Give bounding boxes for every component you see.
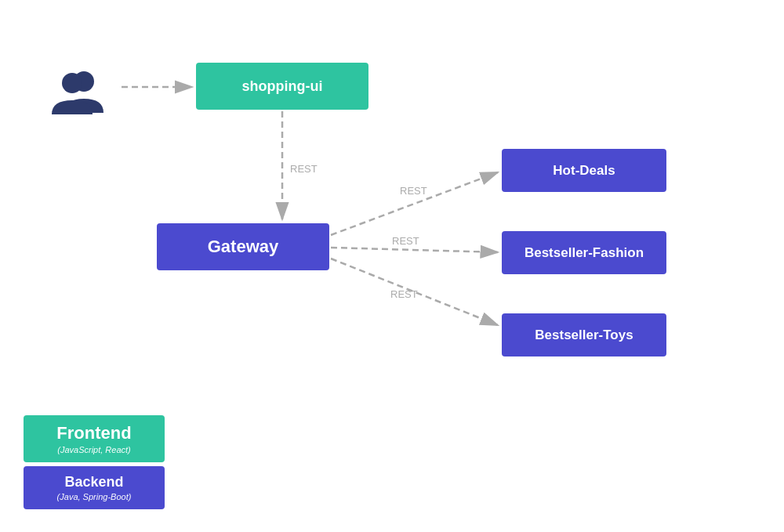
legend-frontend-sub: (JavaScript, React): [57, 445, 131, 454]
gateway-to-fashion-arrow: [331, 248, 498, 252]
bestseller-toys-label: Bestseller-Toys: [535, 328, 633, 343]
gateway-label: Gateway: [208, 237, 279, 257]
rest-label-1: REST: [290, 163, 318, 175]
rest-label-toys: REST: [390, 288, 418, 300]
legend-frontend-label: Frontend: [56, 423, 131, 443]
legend-backend-sub: (Java, Spring-Boot): [57, 492, 132, 501]
rest-label-fashion: REST: [392, 235, 419, 247]
gateway-to-toys-arrow: [331, 259, 498, 325]
rest-label-hot-deals: REST: [400, 185, 427, 197]
legend-backend: Backend (Java, Spring-Boot): [24, 466, 165, 509]
bestseller-fashion-node: Bestseller-Fashion: [502, 231, 666, 274]
users-icon: [47, 64, 110, 118]
svg-point-1: [62, 73, 82, 93]
hot-deals-label: Hot-Deals: [553, 163, 615, 179]
gateway-to-hot-deals-arrow: [331, 172, 498, 235]
diagram-container: shopping-ui Gateway Hot-Deals Bestseller…: [0, 0, 784, 532]
bestseller-fashion-label: Bestseller-Fashion: [524, 245, 644, 261]
bestseller-toys-node: Bestseller-Toys: [502, 313, 666, 356]
gateway-node: Gateway: [157, 223, 329, 270]
shopping-ui-node: shopping-ui: [196, 63, 368, 110]
legend-frontend: Frontend (JavaScript, React): [24, 415, 165, 462]
legend-backend-label: Backend: [64, 474, 123, 490]
shopping-ui-label: shopping-ui: [242, 78, 323, 95]
hot-deals-node: Hot-Deals: [502, 149, 666, 192]
